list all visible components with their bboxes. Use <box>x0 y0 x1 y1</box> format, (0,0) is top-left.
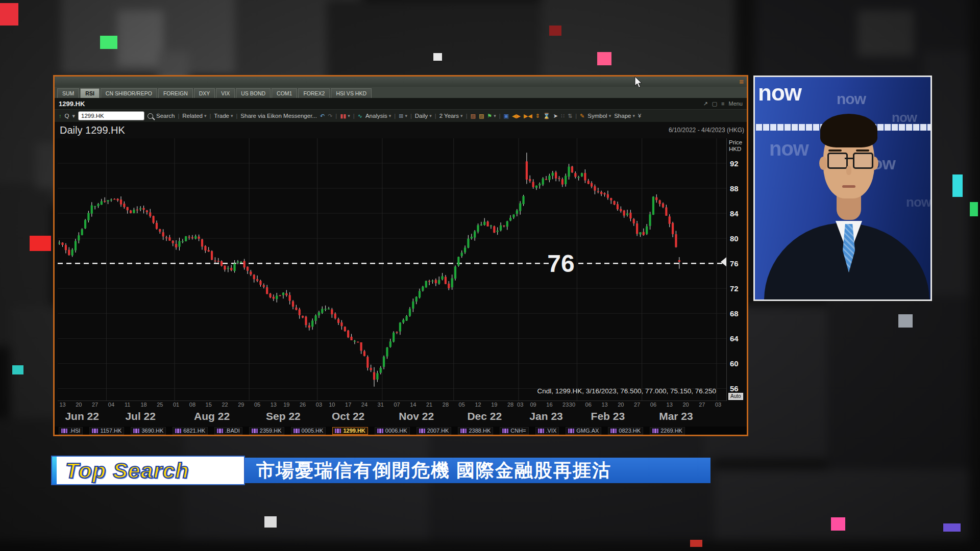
mini-candle-icon <box>335 429 341 433</box>
tab-com1[interactable]: COM1 <box>272 88 297 98</box>
ticker-item-2269-hk[interactable]: 2269.HK <box>650 427 685 435</box>
popout-icon[interactable]: ↗ <box>703 101 707 107</box>
ticker-item-0823-hk[interactable]: 0823.HK <box>608 427 643 435</box>
sort-icon[interactable]: ⇅ <box>568 113 572 119</box>
quote-button[interactable]: Q <box>65 113 69 119</box>
up-arrow-icon[interactable]: ↑ <box>59 113 62 119</box>
menu-icon[interactable]: ≡ <box>721 101 724 107</box>
chart-thumb-icon[interactable]: ▨ <box>470 113 475 119</box>
share-eikon-messenger[interactable]: Share via Eikon Messenger... <box>240 113 317 119</box>
pointer-icon[interactable]: ➤ <box>553 113 558 119</box>
presenter-nose <box>846 166 851 175</box>
auto-scale-button[interactable]: Auto <box>728 393 743 400</box>
x-axis-tick: 19 <box>283 402 289 408</box>
chevron-down-icon: ▾ <box>231 113 233 118</box>
price-axis[interactable]: Price HKD Auto 92888480767268646056 <box>726 138 747 401</box>
x-axis-tick: 28 <box>507 402 513 408</box>
chevron-down-icon: ▾ <box>429 113 432 118</box>
chevron-down-icon: ▾ <box>632 113 635 118</box>
candlestick-chart[interactable]: Cndl, 1299.HK, 3/16/2023, 76.500, 77.000… <box>58 138 726 401</box>
updown-icon[interactable]: ⇕ <box>535 113 540 119</box>
ticker-item-0005-hk[interactable]: 0005.HK <box>291 427 326 435</box>
chart-canvas[interactable]: 76 <box>58 138 726 401</box>
x-axis-tick: 01 <box>173 402 179 408</box>
glitch-square <box>970 202 978 216</box>
ticker-item-1157-hk[interactable]: 1157.HK <box>89 427 124 435</box>
tab-dxy[interactable]: DXY <box>194 88 215 98</box>
x-axis-tick: 27 <box>699 402 705 408</box>
mini-candle-icon <box>92 429 98 433</box>
expand-icon[interactable]: ◀▶ <box>512 113 521 119</box>
y-axis-label: 64 <box>730 334 739 343</box>
edit-icon[interactable]: ✎ <box>580 113 584 119</box>
chart-header: Daily 1299.HK 6/10/2022 - 4/4/2023 (HKG) <box>55 122 747 138</box>
ticker-item-0006-hk[interactable]: 0006.HK <box>375 427 410 435</box>
x-axis-tick: 05 <box>459 402 465 408</box>
x-axis-tick: 23 <box>562 402 569 408</box>
range-select[interactable]: 2 Years▾ <box>439 113 463 119</box>
symbol-input[interactable] <box>78 111 144 120</box>
ticker-item-3690-hk[interactable]: 3690.HK <box>131 427 166 435</box>
chart-thumb2-icon[interactable]: ▨ <box>479 113 484 119</box>
related-menu[interactable]: Related▾ <box>182 113 206 119</box>
currency-icon[interactable]: ¥ <box>638 113 641 119</box>
y-axis-label: 92 <box>730 159 739 168</box>
news-icon[interactable]: ▣ <box>504 113 509 119</box>
search-button[interactable]: Search <box>156 113 175 119</box>
ticker-item-gmg-ax[interactable]: GMG.AX <box>566 427 601 435</box>
dropdown-caret-icon[interactable]: ▾ <box>72 113 75 119</box>
tab-vix[interactable]: VIX <box>216 88 235 98</box>
symbol-input[interactable] <box>78 111 144 120</box>
trade-menu[interactable]: Trade▾ <box>214 113 233 119</box>
flag-icon[interactable]: ⚑▾ <box>487 113 496 119</box>
x-axis-tick: 21 <box>426 402 432 408</box>
tv-frame: ≡ SUMRSICN SHIBOR/REPOFOREIGNDXYVIXUS BO… <box>0 0 980 551</box>
chart-legend: Cndl, 1299.HK, 3/16/2023, 76.500, 77.000… <box>537 387 716 395</box>
grip-icon[interactable]: ∷ <box>561 113 565 119</box>
menu-label[interactable]: Menu <box>728 101 743 107</box>
ticker-item-2007-hk[interactable]: 2007.HK <box>416 427 452 435</box>
analysis-menu[interactable]: Analysis▾ <box>365 113 391 119</box>
indicator-grid-icon[interactable]: ⊞▾ <box>399 113 407 119</box>
tab-sum[interactable]: SUM <box>57 88 79 98</box>
window-menu-icon[interactable]: ≡ <box>739 77 744 86</box>
ticker-item-1299-hk[interactable]: 1299.HK <box>332 427 368 435</box>
tab-hsi-vs-hkd[interactable]: HSI VS HKD <box>331 88 372 98</box>
ticker-item-2388-hk[interactable]: 2388.HK <box>458 427 493 435</box>
candle-style-icon[interactable]: ▮▮▾ <box>340 113 350 119</box>
chevron-down-icon: ▾ <box>204 113 207 118</box>
symbol-menu[interactable]: Symbol▾ <box>587 113 611 119</box>
hourglass-icon[interactable]: ⌛ <box>543 113 550 119</box>
restore-icon[interactable]: ▢ <box>712 101 717 107</box>
chart-title: Daily 1299.HK <box>60 124 125 136</box>
x-axis-tick: 15 <box>206 402 212 408</box>
search-icon[interactable] <box>148 113 153 119</box>
mini-candle-icon <box>377 429 383 433</box>
ticker-item--vix[interactable]: .VIX <box>535 427 559 435</box>
tab-us-bond[interactable]: US BOND <box>236 88 271 98</box>
eikon-chart-window: ≡ SUMRSICN SHIBOR/REPOFOREIGNDXYVIXUS BO… <box>53 75 748 436</box>
ticker-item-6821-hk[interactable]: 6821.HK <box>173 427 208 435</box>
undo-icon[interactable]: ↶ <box>320 113 325 119</box>
interval-select[interactable]: Daily▾ <box>415 113 432 119</box>
x-axis-tick: 30 <box>569 402 575 408</box>
shape-menu[interactable]: Shape▾ <box>614 113 635 119</box>
x-axis-month-label: Sep 22 <box>266 410 301 422</box>
toolbar-divider: | <box>335 113 337 119</box>
collapse-icon[interactable]: ▶◀ <box>524 113 532 119</box>
tab-cn-shibor-repo[interactable]: CN SHIBOR/REPO <box>101 88 157 98</box>
x-axis-month-label: Jun 22 <box>65 410 99 422</box>
toolbar-divider: | <box>236 113 237 119</box>
ticker-item-2359-hk[interactable]: 2359.HK <box>249 427 284 435</box>
ticker-item-cnh-[interactable]: CNH= <box>500 427 528 435</box>
analysis-zigzag-icon[interactable]: ∿ <box>358 113 362 119</box>
ticker-item--badi[interactable]: .BADI <box>214 427 242 435</box>
tab-forex2[interactable]: FOREX2 <box>298 88 330 98</box>
ticker-item--hsi[interactable]: .HSI <box>59 427 83 435</box>
tab-rsi[interactable]: RSI <box>80 88 100 98</box>
date-axis-months: Jun 22Jul 22Aug 22Sep 22Oct 22Nov 22Dec … <box>58 409 726 424</box>
x-axis-month-label: Jan 23 <box>529 410 562 422</box>
tab-foreign[interactable]: FOREIGN <box>158 88 193 98</box>
x-axis-tick: 13 <box>271 402 277 408</box>
redo-icon[interactable]: ↷ <box>328 113 332 119</box>
